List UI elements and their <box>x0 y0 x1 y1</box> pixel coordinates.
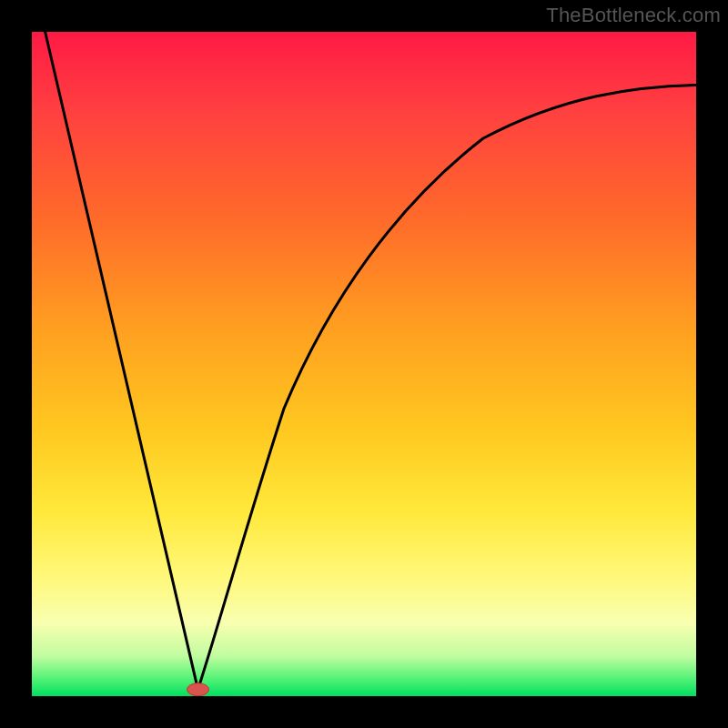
plot-area <box>32 32 696 696</box>
attribution-text: TheBottleneck.com <box>546 4 721 27</box>
curve-svg <box>32 32 696 696</box>
minimum-marker <box>187 683 209 696</box>
chart-frame: TheBottleneck.com <box>0 0 728 728</box>
bottleneck-curve <box>46 32 696 690</box>
